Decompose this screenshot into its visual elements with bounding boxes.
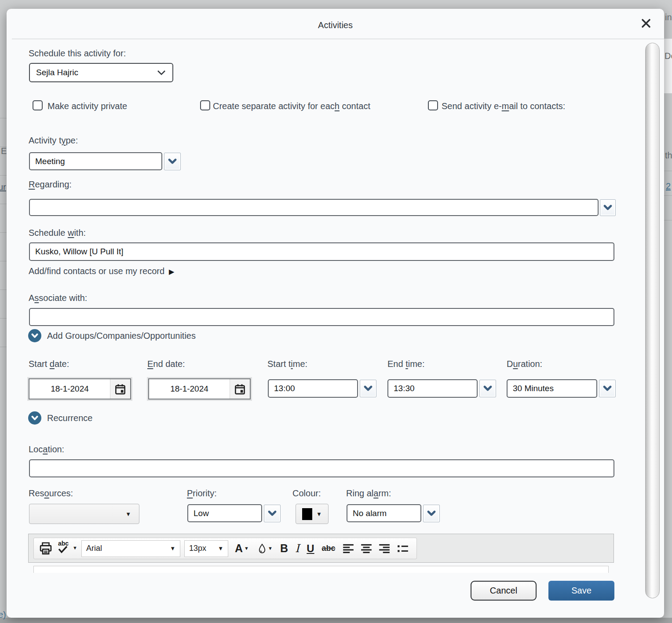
print-icon: [39, 542, 52, 555]
dropdown-triangle-icon: ▼: [244, 546, 249, 551]
chevron-down-icon: [603, 385, 612, 392]
font-family-value: Arial: [86, 544, 102, 553]
add-groups-label: Add Groups/Companies/Opportunities: [47, 331, 196, 341]
chevron-down-icon: [267, 510, 277, 517]
chevron-circle-icon: [28, 411, 41, 425]
end-date-calendar-button[interactable]: [230, 379, 250, 399]
bg-fragment: in: [665, 12, 672, 22]
duration-dropdown-button[interactable]: [599, 380, 616, 397]
ring-alarm-input[interactable]: [347, 504, 421, 522]
italic-button[interactable]: I: [293, 542, 301, 555]
end-time-input[interactable]: [387, 379, 478, 398]
activity-type-label: Activity type:: [29, 136, 78, 146]
duration-label: Duration:: [507, 359, 542, 369]
start-date-calendar-button[interactable]: [110, 379, 130, 399]
associate-with-input[interactable]: [29, 308, 614, 326]
chevron-down-icon: [427, 510, 436, 517]
activity-type-input[interactable]: [29, 152, 162, 170]
send-email-checkbox[interactable]: [428, 100, 438, 110]
editor-textarea[interactable]: [33, 566, 609, 573]
colour-picker-button[interactable]: ▼: [296, 504, 329, 524]
save-button[interactable]: Save: [548, 581, 614, 601]
start-date-field: [29, 378, 131, 399]
chevron-down-icon: [483, 385, 493, 392]
bg-fragment: Do: [665, 51, 672, 61]
add-find-contacts-link[interactable]: Add/find contacts or use my record▶: [29, 266, 174, 276]
schedule-for-select[interactable]: Sejla Hajric: [29, 63, 173, 82]
priority-label: Priority:: [187, 488, 217, 498]
schedule-with-input[interactable]: [29, 242, 614, 261]
separate-activity-checkbox[interactable]: [200, 100, 210, 110]
add-groups-toggle[interactable]: Add Groups/Companies/Opportunities: [28, 329, 196, 342]
bg-divider: [0, 232, 7, 233]
bg-divider: [0, 347, 7, 347]
bg-fragment: th: [665, 150, 672, 161]
bg-fragment: E: [1, 146, 7, 156]
recurrence-label: Recurrence: [47, 413, 92, 423]
start-time-dropdown-button[interactable]: [360, 380, 376, 397]
make-private-label: Make activity private: [47, 101, 127, 111]
recurrence-toggle[interactable]: Recurrence: [28, 411, 92, 425]
bg-fragment: 2: [666, 181, 671, 191]
activity-type-dropdown-button[interactable]: [164, 153, 181, 170]
chevron-down-icon: [168, 158, 177, 165]
regarding-input[interactable]: [29, 199, 599, 216]
start-time-label: Start time:: [267, 359, 307, 369]
right-arrow-icon: ▶: [169, 268, 174, 275]
calendar-icon: [114, 383, 126, 395]
print-button[interactable]: [38, 542, 53, 555]
toolbar-strip: abc ▼ Arial ▼ 13px ▼ A ▼: [33, 538, 417, 559]
resources-label: Resources:: [29, 488, 73, 498]
text-color-button[interactable]: A ▼: [232, 543, 252, 554]
regarding-dropdown-button[interactable]: [600, 199, 616, 216]
duration-input[interactable]: [507, 379, 597, 398]
dropdown-triangle-icon: ▼: [218, 546, 223, 551]
chevron-down-icon: [603, 205, 613, 211]
end-date-input[interactable]: [149, 379, 230, 399]
make-private-checkbox[interactable]: [33, 100, 43, 110]
bg-divider: [0, 204, 7, 204]
bg-bottom-strip: [0, 618, 672, 623]
font-family-select[interactable]: Arial ▼: [81, 540, 180, 557]
close-button[interactable]: [639, 16, 654, 31]
bullet-list-button[interactable]: [395, 543, 410, 554]
location-label: Location:: [29, 444, 64, 454]
screen: in Do th 2 E ur e) Activities Schedule t…: [0, 0, 672, 623]
end-time-dropdown-button[interactable]: [479, 380, 496, 397]
strikethrough-button[interactable]: abc: [320, 544, 337, 553]
schedule-with-label: Schedule with:: [29, 228, 86, 238]
align-left-button[interactable]: [341, 543, 355, 554]
highlight-color-button[interactable]: ▼: [256, 543, 275, 554]
ring-alarm-label: Ring alarm:: [346, 488, 391, 498]
bold-button[interactable]: B: [279, 542, 289, 555]
cancel-button[interactable]: Cancel: [471, 581, 537, 601]
font-size-select[interactable]: 13px ▼: [184, 540, 228, 557]
bg-fragment: e): [0, 610, 6, 620]
calendar-icon: [234, 383, 246, 395]
align-center-button[interactable]: [359, 543, 373, 554]
colour-label: Colour:: [292, 488, 321, 498]
chevron-down-icon: [31, 416, 38, 421]
scrollbar-thumb[interactable]: [645, 43, 660, 598]
dialog-title: Activities: [7, 20, 664, 30]
spellcheck-button[interactable]: abc ▼: [57, 540, 77, 557]
start-date-input[interactable]: [29, 379, 110, 399]
associate-with-label: Associate with:: [29, 293, 87, 303]
bg-divider: [664, 171, 672, 171]
editor-toolbar: abc ▼ Arial ▼ 13px ▼ A ▼: [28, 534, 614, 563]
bg-divider: [664, 220, 672, 220]
resources-select[interactable]: ▼: [29, 504, 139, 524]
priority-input[interactable]: [187, 504, 262, 522]
dropdown-triangle-icon: ▼: [268, 546, 273, 551]
priority-dropdown-button[interactable]: [264, 505, 281, 522]
chevron-down-icon: [157, 70, 166, 76]
dropdown-triangle-icon: ▼: [125, 511, 131, 517]
underline-button[interactable]: U: [305, 542, 316, 555]
bullet-list-icon: [397, 543, 409, 554]
location-input[interactable]: [29, 459, 614, 477]
font-size-value: 13px: [189, 544, 206, 553]
ring-alarm-dropdown-button[interactable]: [423, 505, 440, 522]
align-right-button[interactable]: [377, 543, 391, 554]
start-time-input[interactable]: [268, 379, 358, 398]
dropdown-triangle-icon: ▼: [73, 546, 77, 550]
